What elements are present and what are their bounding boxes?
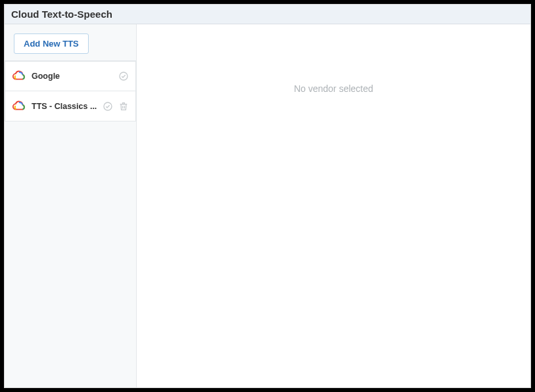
- vendor-item-tts-classics[interactable]: TTS - Classics ...: [5, 91, 136, 121]
- add-button-wrap: Add New TTS: [5, 31, 136, 60]
- vendor-name-label: Google: [32, 72, 113, 81]
- google-cloud-icon: [12, 99, 26, 114]
- svg-point-1: [104, 102, 112, 110]
- svg-point-0: [120, 72, 128, 80]
- check-circle-icon: [118, 71, 129, 81]
- vendor-item-google[interactable]: Google: [5, 61, 136, 91]
- add-new-tts-button[interactable]: Add New TTS: [14, 33, 89, 54]
- vendor-list: Google: [5, 60, 136, 121]
- page-title: Cloud Text-to-Speech: [5, 5, 530, 24]
- empty-state-message: No vendor selected: [137, 83, 530, 94]
- content-area: Add New TTS Google: [5, 24, 530, 387]
- google-cloud-icon: [12, 69, 26, 83]
- main-panel: No vendor selected: [136, 24, 530, 387]
- app-window: Cloud Text-to-Speech Add New TTS Go: [4, 4, 531, 388]
- trash-icon[interactable]: [118, 101, 129, 112]
- vendor-name-label: TTS - Classics ...: [32, 102, 97, 111]
- check-circle-icon: [103, 101, 113, 112]
- sidebar: Add New TTS Google: [5, 24, 136, 387]
